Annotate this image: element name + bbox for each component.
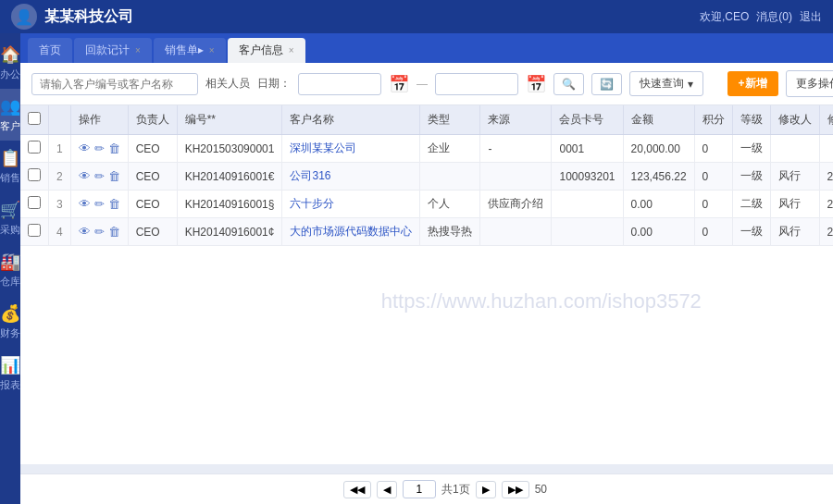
row-actions: 👁 ✏ 🗑 [70,163,128,191]
tab-customer-info[interactable]: 客户信息 × [228,38,305,63]
view-icon[interactable]: 👁 [79,141,91,155]
edit-icon[interactable]: ✏ [94,169,105,183]
calendar-icon-from[interactable]: 📅 [389,74,409,94]
row-code: KH20140916001§ [177,191,282,218]
row-number: 3 [49,191,71,218]
edit-icon[interactable]: ✏ [94,141,105,155]
row-owner: CEO [128,135,177,163]
row-number: 4 [49,218,71,246]
sidebar: 🏠 办公 👥 客户 📋 销售 🛒 采购 🏭 仓库 💰 财务 📊 报表 [0,33,20,504]
row-amount: 20,000.00 [623,135,694,163]
row-points: 0 [694,135,732,163]
tab-follow-close[interactable]: × [135,45,141,55]
delete-icon[interactable]: 🗑 [108,197,120,211]
first-page-button[interactable]: ◀◀ [343,481,371,498]
quick-query-arrow: ▾ [688,78,693,91]
sidebar-item-sales[interactable]: 📋 销售 [0,141,20,192]
logout-link[interactable]: 退出 [800,9,822,25]
refresh-button[interactable]: 🔄 [591,73,622,95]
tab-home[interactable]: 首页 [28,38,72,63]
row-level: 二级 [732,191,770,218]
add-button[interactable]: +新增 [727,71,778,96]
table-row: 3 👁 ✏ 🗑 CEO KH20140916001§ 六十步分 个人 供应商介绍… [20,191,833,218]
date-label: 日期： [257,76,291,92]
logo-icon: 👤 [11,4,37,30]
next-page-button[interactable]: ▶ [476,481,496,498]
top-bar: 👤 某某科技公司 欢迎,CEO 消息(0) 退出 [0,0,833,33]
row-checkbox[interactable] [28,224,41,237]
delete-icon[interactable]: 🗑 [108,141,120,155]
select-all-checkbox[interactable] [28,112,41,125]
edit-icon[interactable]: ✏ [94,225,105,239]
row-level: 一级 [732,163,770,191]
row-type [420,163,480,191]
search-input[interactable] [31,73,198,95]
edit-icon[interactable]: ✏ [94,197,105,211]
row-points: 0 [694,163,732,191]
col-owner: 负责人 [128,105,177,135]
col-checkbox [20,105,49,135]
view-icon[interactable]: 👁 [79,225,91,239]
quick-query-button[interactable]: 快速查询 ▾ [629,71,703,96]
row-owner: CEO [128,163,177,191]
row-name[interactable]: 六十步分 [282,191,420,218]
row-modifier: 风行 [770,218,819,246]
content-area: 首页 回款记计 × 销售单▸ × 客户信息 × 相关人员 日期： [20,33,833,504]
col-date: 修 [819,105,833,135]
view-icon[interactable]: 👁 [79,197,91,211]
customer-icon: 👥 [0,96,20,117]
current-page-input[interactable] [403,480,436,498]
sidebar-item-warehouse[interactable]: 🏭 仓库 [0,244,20,296]
delete-icon[interactable]: 🗑 [108,169,120,183]
date-separator: — [416,78,428,91]
row-member-card: 100093201 [552,163,623,191]
row-checkbox[interactable] [28,141,41,154]
more-btn-label: 更多操作 [796,77,833,90]
welcome-text: 欢迎,CEO [700,9,749,25]
row-checkbox[interactable] [28,196,41,209]
row-name[interactable]: 大的市场源代码数据中心 [282,218,420,246]
sidebar-item-customer[interactable]: 👥 客户 [0,89,20,141]
date-from-input[interactable] [298,73,381,95]
calendar-icon-to[interactable]: 📅 [526,74,546,94]
row-checkbox[interactable] [28,168,41,181]
row-level: 一级 [732,135,770,163]
sidebar-label-finance: 财务 [0,326,20,340]
total-pages-text: 共1页 [441,482,470,498]
search-button[interactable]: 🔍 [553,73,584,95]
tab-sales-orders-close[interactable]: × [209,45,215,55]
row-name[interactable]: 深圳某某公司 [282,135,420,163]
date-to-input[interactable] [435,73,518,95]
prev-page-button[interactable]: ◀ [377,481,397,498]
tab-follow[interactable]: 回款记计 × [74,38,152,63]
sidebar-item-purchase[interactable]: 🛒 采购 [0,192,20,244]
row-member-card [552,218,623,246]
more-operations-button[interactable]: 更多操作 ▾ [786,70,833,97]
row-modifier [770,135,819,163]
row-number: 2 [49,163,71,191]
col-source: 来源 [480,105,552,135]
warehouse-icon: 🏭 [0,252,20,272]
row-actions: 👁 ✏ 🗑 [70,218,128,246]
tab-sales-orders[interactable]: 销售单▸ × [154,38,226,63]
row-name[interactable]: 公司316 [282,163,420,191]
delete-icon[interactable]: 🗑 [108,225,120,239]
row-points: 0 [694,191,732,218]
col-code[interactable]: 编号** [177,105,282,135]
col-amount: 金额 [623,105,694,135]
messages-link[interactable]: 消息(0) [756,9,792,25]
last-page-button[interactable]: ▶▶ [502,481,529,498]
tab-bar: 首页 回款记计 × 销售单▸ × 客户信息 × [20,33,833,63]
sidebar-item-home[interactable]: 🏠 办公 [0,37,20,89]
sidebar-item-report[interactable]: 📊 报表 [0,348,20,400]
tab-customer-info-close[interactable]: × [289,45,294,55]
row-points: 0 [694,218,732,246]
row-level: 一级 [732,218,770,246]
sidebar-label-customer: 客户 [0,119,20,133]
horizontal-scrollbar[interactable] [20,464,833,473]
view-icon[interactable]: 👁 [79,169,91,183]
pagination: ◀◀ ◀ 共1页 ▶ ▶▶ 50 [20,473,833,504]
row-checkbox-cell [20,135,49,163]
sidebar-item-finance[interactable]: 💰 财务 [0,296,20,348]
table-row: 1 👁 ✏ 🗑 CEO KH201503090001 深圳某某公司 企业 - 0… [20,135,833,163]
